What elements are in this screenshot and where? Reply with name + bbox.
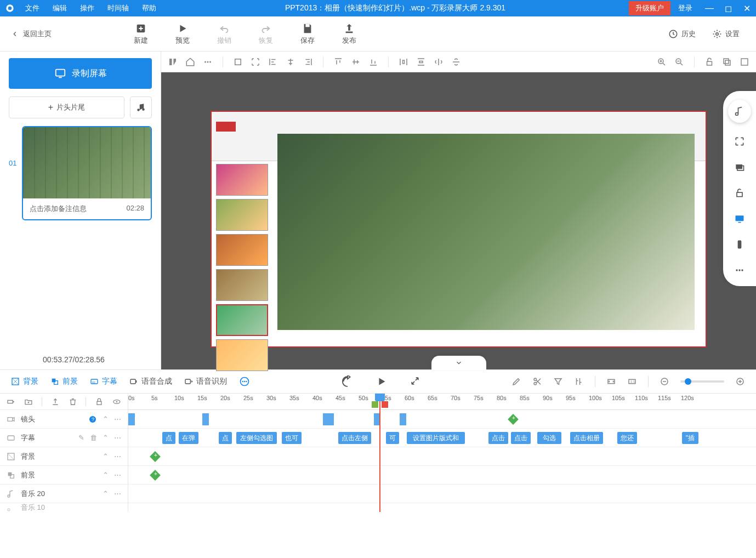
track-music2[interactable]: 音乐 10: [0, 503, 128, 512]
flip-v-icon[interactable]: [451, 57, 461, 67]
menu-action[interactable]: 操作: [75, 1, 100, 15]
valign-mid-icon[interactable]: [351, 57, 361, 67]
lock-open-icon[interactable]: [734, 187, 745, 200]
history-button[interactable]: 历史: [668, 29, 696, 39]
track-camera[interactable]: 镜头 ? ⌃⋯: [0, 410, 128, 429]
subtitle-clip[interactable]: 点: [162, 432, 175, 444]
focus-icon[interactable]: [251, 57, 260, 67]
subtitle-clip[interactable]: 点击: [488, 432, 508, 444]
bg-track-content[interactable]: [128, 447, 756, 466]
play-button[interactable]: [376, 375, 388, 388]
subtitle-clip[interactable]: 在弹: [179, 432, 198, 444]
subtitle-clip[interactable]: "插: [682, 432, 698, 444]
minimize-button[interactable]: —: [700, 0, 719, 16]
record-button[interactable]: 录制屏幕: [9, 58, 152, 89]
crop-icon[interactable]: [233, 57, 243, 67]
home-icon[interactable]: [185, 57, 195, 67]
mobile-icon[interactable]: [734, 239, 745, 252]
copy-icon[interactable]: [722, 57, 732, 67]
preview-button[interactable]: 预览: [175, 22, 190, 45]
add-folder-icon[interactable]: [24, 397, 33, 406]
undo-button[interactable]: 撤销: [217, 22, 231, 45]
valign-top-icon[interactable]: [333, 57, 343, 67]
tab-asr[interactable]: 语音识别: [184, 377, 227, 386]
subtitle-clip[interactable]: 左侧勾选图: [236, 432, 277, 444]
dist-h-icon[interactable]: [399, 57, 408, 67]
onetoone-icon[interactable]: 1:1: [627, 377, 637, 386]
camera-clip[interactable]: [128, 413, 135, 425]
grid-icon[interactable]: [740, 57, 749, 67]
desktop-icon[interactable]: [734, 213, 745, 226]
canvas-content[interactable]: [211, 111, 707, 348]
close-button[interactable]: ✕: [737, 0, 756, 16]
audio-panel-button[interactable]: [728, 100, 751, 123]
music-track-content[interactable]: [128, 485, 756, 503]
settings-button[interactable]: 设置: [712, 29, 740, 39]
tab-background[interactable]: 背景: [11, 377, 38, 386]
zoom-slider[interactable]: [680, 380, 724, 383]
maximize-button[interactable]: ◻: [719, 0, 737, 16]
login-button[interactable]: 登录: [670, 1, 700, 15]
loop-icon[interactable]: [342, 375, 354, 388]
more-icon[interactable]: [203, 57, 213, 67]
collapse-icon[interactable]: ⌃: [103, 489, 109, 498]
collapse-icon[interactable]: ⌃: [103, 434, 109, 442]
camera-clip[interactable]: [400, 413, 406, 425]
zoom-in-icon[interactable]: [657, 57, 667, 67]
keyframe-add[interactable]: [508, 414, 519, 425]
cut-icon[interactable]: [532, 377, 542, 386]
help-icon[interactable]: ?: [88, 415, 97, 424]
menu-timeline[interactable]: 时间轴: [102, 1, 134, 15]
subtitle-clip[interactable]: 可: [386, 432, 399, 444]
menu-file[interactable]: 文件: [20, 1, 45, 15]
collapse-handle[interactable]: [431, 356, 486, 370]
timeline-ruler[interactable]: 0s5s10s15s20s25s30s35s40s45s50s55s60s65s…: [128, 394, 756, 410]
zoom-out-tl-icon[interactable]: [660, 377, 669, 386]
intro-outro-button[interactable]: +片头片尾: [9, 96, 124, 118]
more-dots-icon[interactable]: [734, 265, 745, 277]
menu-help[interactable]: 帮助: [137, 1, 162, 15]
collapse-icon[interactable]: ⌃: [103, 415, 109, 423]
collapse-icon[interactable]: ⌃: [103, 452, 109, 460]
expand-icon[interactable]: [410, 375, 420, 386]
back-button[interactable]: 返回主页: [0, 29, 62, 39]
settings-dots-icon[interactable]: ⋯: [114, 471, 121, 479]
zoom-in-tl-icon[interactable]: [735, 377, 745, 386]
tab-foreground[interactable]: 前景: [50, 377, 78, 386]
collapse-icon[interactable]: ⌃: [103, 471, 109, 479]
menu-edit[interactable]: 编辑: [47, 1, 72, 15]
camera-clip[interactable]: [202, 413, 209, 425]
more-circle-icon[interactable]: [239, 376, 250, 387]
camera-clip[interactable]: [323, 413, 334, 425]
filter-icon[interactable]: [553, 377, 563, 386]
trash-track-icon[interactable]: 🗑: [90, 434, 97, 442]
settings-dots-icon[interactable]: ⋯: [114, 415, 121, 423]
upload-icon[interactable]: [51, 397, 60, 406]
align-left-icon[interactable]: [268, 57, 278, 67]
scene-card[interactable]: 点击添加备注信息 02:28: [22, 126, 152, 220]
tool-icon[interactable]: [168, 57, 178, 67]
camera-track-content[interactable]: [128, 410, 756, 429]
subtitle-clip[interactable]: 点击左侧: [338, 432, 371, 444]
subtitle-clip[interactable]: 点击: [511, 432, 531, 444]
subtitle-clip[interactable]: 也可: [282, 432, 302, 444]
track-fg[interactable]: 前景 ⌃⋯: [0, 466, 128, 485]
add-track-icon[interactable]: [7, 397, 15, 406]
settings-dots-icon[interactable]: ⋯: [114, 434, 121, 442]
keyframe-add[interactable]: [150, 451, 161, 462]
align-center-icon[interactable]: [286, 57, 295, 67]
eye-icon[interactable]: [112, 397, 121, 406]
track-music[interactable]: 音乐 20 ⌃⋯: [0, 485, 128, 503]
subtitle-track-content[interactable]: 点 在弹 点 左侧勾选图 也可 点击左侧 可 设置图片版式和 点击 点击 勾选 …: [128, 429, 756, 447]
redo-button[interactable]: 恢复: [259, 22, 273, 45]
publish-button[interactable]: 发布: [342, 22, 356, 45]
adjust-icon[interactable]: [574, 377, 584, 386]
dist-v-icon[interactable]: [416, 57, 426, 67]
track-area[interactable]: 0s5s10s15s20s25s30s35s40s45s50s55s60s65s…: [128, 394, 756, 512]
flip-h-icon[interactable]: [434, 57, 444, 67]
playhead[interactable]: [379, 394, 380, 512]
track-bg[interactable]: 背景 ⌃⋯: [0, 447, 128, 466]
fg-track-content[interactable]: [128, 466, 756, 485]
unlock-icon[interactable]: [704, 57, 714, 67]
edit-track-icon[interactable]: ✎: [78, 434, 84, 442]
